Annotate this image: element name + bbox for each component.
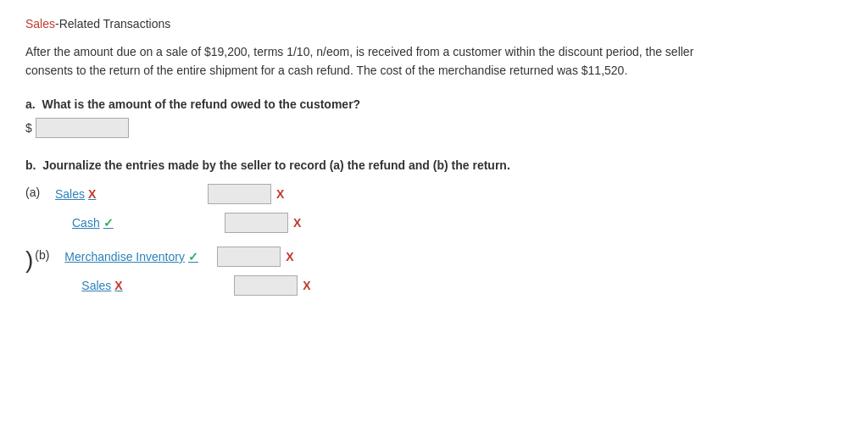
entry-b-sales-credit-x: X xyxy=(303,279,310,292)
description-line1: After the amount due on a sale of $19,20… xyxy=(25,45,693,58)
entry-a-label: (a) xyxy=(25,184,55,199)
sales-x-icon: X xyxy=(88,187,96,201)
entry-a-sales-debit-input[interactable] xyxy=(208,184,271,204)
entry-a-rows: Sales X X Cash ✓ X xyxy=(55,184,301,233)
entry-b-merch-name: Merchandise Inventory xyxy=(64,250,185,263)
sales-link[interactable]: Sales xyxy=(25,17,55,30)
refund-input-wrap: $ xyxy=(25,118,843,138)
entry-b-merch-account[interactable]: Merchandise Inventory ✓ xyxy=(64,250,200,263)
question-b-label: b. Journalize the entries made by the se… xyxy=(25,158,843,172)
question-b-text: Journalize the entries made by the selle… xyxy=(42,158,510,172)
question-a: a. What is the amount of the refund owed… xyxy=(25,97,843,138)
entry-a-cash-account[interactable]: Cash ✓ xyxy=(72,216,208,230)
question-b-letter: b. xyxy=(25,158,36,172)
entry-b-sales-x-icon: X xyxy=(114,279,122,292)
entry-b-merch-debit-input[interactable] xyxy=(217,247,281,267)
entry-b-sales-credit: X xyxy=(234,275,310,296)
description: After the amount due on a sale of $19,20… xyxy=(25,42,843,80)
entry-a-cash-name: Cash xyxy=(72,216,100,230)
entry-b-group: (b) Merchandise Inventory ✓ X xyxy=(35,247,310,296)
entry-a-group: (a) Sales X X Cash xyxy=(25,184,843,233)
entry-b-merch-row: Merchandise Inventory ✓ X xyxy=(64,247,310,267)
title-line: Sales-Related Transactions xyxy=(25,17,843,30)
description-line2: consents to the return of the entire shi… xyxy=(25,64,627,77)
entry-b-merch-debit-x: X xyxy=(286,250,293,263)
refund-input[interactable] xyxy=(36,118,129,138)
entry-a-cash-credit-input[interactable] xyxy=(225,213,288,233)
entry-b-sales-credit-input[interactable] xyxy=(234,275,298,296)
cash-check-icon: ✓ xyxy=(103,216,114,230)
dollar-sign: $ xyxy=(25,121,32,135)
entry-b-rows: Merchandise Inventory ✓ X Sales X xyxy=(64,247,310,296)
entry-b-merch-debit: X xyxy=(217,247,293,267)
entry-a-sales-name: Sales xyxy=(55,187,85,201)
question-a-letter: a. xyxy=(25,97,36,111)
journal-table: (a) Sales X X Cash xyxy=(25,184,843,296)
question-a-text: What is the amount of the refund owed to… xyxy=(42,97,360,111)
entry-a-cash-credit-x: X xyxy=(293,216,301,230)
entry-a-sales-account[interactable]: Sales X xyxy=(55,187,191,201)
entry-b-label: (b) xyxy=(35,247,64,262)
entry-a-sales-debit-x: X xyxy=(276,187,284,201)
entry-a-cash-credit: X xyxy=(225,213,301,233)
entry-a-sales-row: Sales X X xyxy=(55,184,301,204)
entry-b-sales-name: Sales xyxy=(81,279,111,292)
entry-a-cash-row: Cash ✓ X xyxy=(55,213,301,233)
question-a-label: a. What is the amount of the refund owed… xyxy=(25,97,843,111)
entry-b-outer: ) (b) Merchandise Inventory ✓ X xyxy=(25,247,843,296)
entry-a-sales-debit: X xyxy=(208,184,284,204)
entry-b-sales-account[interactable]: Sales X xyxy=(81,279,217,292)
merch-check-icon: ✓ xyxy=(188,250,198,263)
entry-b-sales-row: Sales X X xyxy=(64,275,310,296)
question-b: b. Journalize the entries made by the se… xyxy=(25,158,843,296)
title-rest: -Related Transactions xyxy=(55,17,170,30)
paren-open-icon: ) xyxy=(25,248,33,272)
